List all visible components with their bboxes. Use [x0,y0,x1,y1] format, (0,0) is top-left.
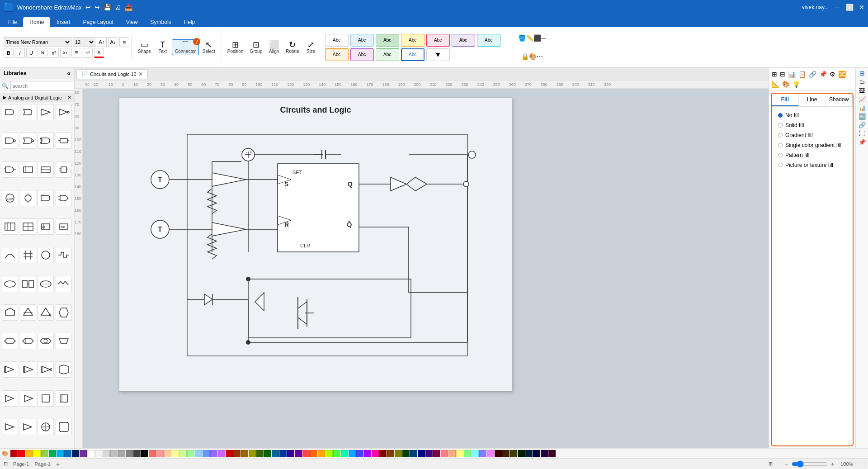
fill-single-gradient-radio[interactable] [778,143,783,147]
add-page-button[interactable]: + [56,460,60,468]
shape-28[interactable] [20,419,36,435]
zoom-level[interactable]: 100% [838,461,856,467]
shape-21[interactable] [38,361,54,378]
collapse-icon[interactable]: « [67,70,71,77]
color-swatch[interactable] [64,450,71,457]
save-icon[interactable]: 💾 [104,4,111,11]
shape-20[interactable] [20,361,36,378]
right-panel-icon-11[interactable]: 💡 [792,80,801,89]
style-preset-10[interactable]: Abc [376,48,399,61]
drawing-canvas[interactable]: Circuits and Logic T T [83,89,769,448]
color-swatch[interactable] [548,450,556,457]
export-icon[interactable]: 📤 [125,4,132,11]
color-swatch[interactable] [295,450,302,457]
color-swatch[interactable] [356,450,363,457]
shape-8[interactable] [20,218,36,235]
color-swatch[interactable] [310,450,317,457]
shape-14[interactable] [56,304,72,321]
style-preset-9[interactable]: Abc [350,48,374,61]
color-swatch[interactable] [87,450,94,457]
color-swatch[interactable] [395,450,402,457]
style-preset-3[interactable]: Abc [376,34,399,47]
color-swatch[interactable] [272,450,279,457]
shape-12[interactable] [20,304,36,321]
shape-29[interactable] [38,419,54,435]
tab-file[interactable]: File [2,17,23,27]
color-swatch[interactable] [402,450,410,457]
color-swatch[interactable] [226,450,233,457]
far-right-icon-5[interactable]: 📊 [859,104,866,111]
right-panel-icon-10[interactable]: 🎨 [781,80,791,89]
page-name[interactable]: Page-1 [34,461,50,467]
far-right-icon-3[interactable]: 🖼 [859,87,865,94]
fill-solid-radio[interactable] [778,123,783,128]
line-tab[interactable]: Line [799,94,826,106]
right-panel-icon-6[interactable]: 📌 [818,70,828,79]
far-right-icon-9[interactable]: 📌 [859,139,866,146]
undo-icon[interactable]: ↩ [85,4,91,11]
align-button[interactable]: ⬜ Align [266,40,282,55]
tab-home[interactable]: Home [23,17,50,27]
shape-4[interactable] [20,161,36,178]
color-swatch[interactable] [410,450,417,457]
increase-font-button[interactable]: A↑ [97,37,107,47]
style-preset-8[interactable]: Abc [325,48,349,61]
decrease-font-button[interactable]: A↓ [108,37,118,47]
right-panel-icon-2[interactable]: ⊟ [779,70,786,79]
wrap-button[interactable]: ⏎ [83,48,93,58]
shape-17[interactable] [38,333,54,349]
color-swatch[interactable] [57,450,64,457]
far-right-icon-2[interactable]: 🗂 [859,79,865,85]
search-input[interactable] [10,81,75,91]
shape-10[interactable]: e/n [56,218,72,235]
shape-nand-gate[interactable] [2,133,18,149]
shape-19[interactable] [2,361,18,378]
fill-icon[interactable]: 🪣 [518,34,526,42]
shape-not-gate[interactable] [56,104,72,120]
color-swatch[interactable] [41,450,48,457]
lock-icon[interactable]: 🔒 [521,53,529,60]
style-preset-6[interactable]: Abc [452,34,475,47]
shape-5[interactable] [38,161,54,178]
color-swatch[interactable] [341,450,348,457]
fill-none-radio[interactable] [778,113,783,118]
color-swatch[interactable] [318,450,325,457]
color-swatch[interactable] [218,450,225,457]
italic-button[interactable]: I [15,48,25,58]
right-panel-icon-7[interactable]: ⚙ [829,70,836,79]
color-swatch[interactable] [433,450,440,457]
right-panel-icon-1[interactable]: ⊞ [771,70,778,79]
shape-22[interactable] [56,361,72,378]
line-style-icon[interactable]: ─ [541,34,546,42]
shape-format-icon[interactable]: ⬛ [533,34,541,42]
tab-symbols[interactable]: Symbols [144,17,178,27]
color-swatch[interactable] [26,450,33,457]
fill-option-solid[interactable]: Solid fill [775,120,849,130]
style-preset-4[interactable]: Abc [401,34,425,47]
color-swatch[interactable] [533,450,540,457]
fill-option-gradient[interactable]: Gradient fill [775,130,849,140]
color-swatch[interactable] [541,450,548,457]
color-swatch[interactable] [525,450,533,457]
shape-hash[interactable] [20,247,36,263]
color-swatch[interactable] [149,450,156,457]
color-swatch[interactable] [172,450,179,457]
shape-26[interactable] [56,390,72,407]
color-swatch[interactable] [364,450,371,457]
position-button[interactable]: ⊞ Position [225,40,246,55]
theme-icon[interactable]: 🎨 [529,53,537,60]
color-swatch[interactable] [425,450,433,457]
shape-oval[interactable] [2,276,18,292]
color-swatch[interactable] [387,450,394,457]
shape-buffer2[interactable] [56,133,72,149]
color-swatch[interactable] [287,450,294,457]
color-swatch[interactable] [372,450,379,457]
user-account[interactable]: vivek.nay... [802,4,829,10]
shape-circle[interactable] [38,247,54,263]
fill-option-single-gradient[interactable]: Single color gradient fill [775,140,849,150]
shape-9[interactable]: n/a [38,218,54,235]
tab-help[interactable]: Help [178,17,202,27]
far-right-icon-7[interactable]: 🔗 [859,122,866,128]
shape-7[interactable] [2,218,18,235]
color-swatch[interactable] [118,450,125,457]
